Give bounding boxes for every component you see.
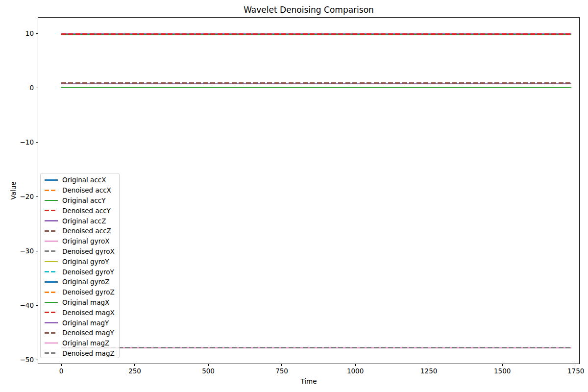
y-tick-label: −50	[9, 356, 34, 364]
y-axis-label: Value	[9, 181, 17, 199]
series-line	[61, 87, 571, 88]
x-tick-mark	[576, 364, 576, 366]
legend-item-label: Original gyroY	[62, 258, 109, 266]
solid-line-swatch-icon	[45, 261, 58, 262]
legend-item-label: Original accX	[62, 176, 106, 184]
legend-item: Denoised accY	[41, 205, 119, 216]
x-tick-mark	[355, 364, 356, 366]
legend-item: Original magZ	[41, 338, 119, 348]
dashed-line-swatch-icon	[45, 312, 58, 313]
y-tick-mark	[36, 360, 38, 360]
series-line	[61, 347, 571, 348]
solid-line-swatch-icon	[45, 220, 58, 221]
legend-item: Denoised accZ	[41, 226, 119, 236]
x-tick-mark	[281, 364, 282, 366]
solid-line-swatch-icon	[45, 241, 58, 242]
legend-item: Original accZ	[41, 216, 119, 226]
x-tick-label: 750	[265, 367, 299, 375]
legend-item-label: Denoised gyroZ	[62, 288, 115, 296]
y-tick-mark	[36, 305, 38, 306]
legend-item: Denoised magY	[41, 328, 119, 338]
y-tick-mark	[36, 142, 38, 143]
legend-item-label: Original gyroX	[62, 237, 109, 245]
y-tick-mark	[36, 88, 38, 88]
dashed-line-swatch-icon	[45, 332, 58, 334]
x-tick-label: 1500	[485, 367, 519, 375]
x-tick-mark	[134, 364, 135, 366]
legend-item-label: Original accZ	[62, 217, 106, 225]
legend-item: Denoised accX	[41, 185, 119, 196]
legend-item: Denoised magX	[41, 307, 119, 318]
legend-item: Original magY	[41, 318, 119, 328]
x-tick-label: 1250	[412, 367, 446, 375]
legend-item: Denoised magZ	[41, 348, 119, 359]
legend-item: Denoised gyroY	[41, 267, 119, 277]
x-tick-mark	[61, 364, 61, 366]
legend-item-label: Denoised gyroX	[62, 247, 115, 255]
legend: Original accXDenoised accXOriginal accYD…	[40, 173, 120, 358]
dashed-line-swatch-icon	[45, 271, 58, 272]
legend-item: Denoised gyroX	[41, 246, 119, 257]
dashed-line-swatch-icon	[45, 292, 58, 293]
y-tick-label: −40	[9, 301, 34, 309]
series-line	[61, 82, 571, 84]
legend-item: Denoised gyroZ	[41, 287, 119, 297]
legend-item-label: Denoised magZ	[62, 349, 115, 357]
legend-item: Original gyroY	[41, 256, 119, 267]
legend-item: Original accY	[41, 196, 119, 206]
solid-line-swatch-icon	[45, 179, 58, 180]
x-tick-label: 250	[118, 367, 152, 375]
y-tick-label: 0	[9, 84, 34, 92]
legend-item-label: Denoised accZ	[62, 227, 111, 235]
y-tick-mark	[36, 196, 38, 197]
y-tick-mark	[36, 33, 38, 34]
solid-line-swatch-icon	[45, 322, 58, 323]
chart-title: Wavelet Denoising Comparison	[38, 5, 580, 15]
legend-item-label: Denoised gyroY	[62, 268, 114, 276]
solid-line-swatch-icon	[45, 200, 58, 201]
y-tick-label: −10	[9, 138, 34, 146]
legend-item: Original magX	[41, 297, 119, 308]
x-tick-mark	[502, 364, 503, 366]
legend-item-label: Denoised accX	[62, 186, 111, 194]
legend-item-label: Original gyroZ	[62, 278, 109, 286]
dashed-line-swatch-icon	[45, 230, 58, 232]
dashed-line-swatch-icon	[45, 190, 58, 191]
legend-item: Original gyroZ	[41, 277, 119, 287]
solid-line-swatch-icon	[45, 281, 58, 282]
series-line	[61, 33, 571, 35]
legend-item-label: Original magZ	[62, 339, 109, 347]
legend-item-label: Denoised accY	[62, 207, 111, 215]
x-tick-label: 0	[44, 367, 78, 375]
x-tick-mark	[208, 364, 208, 366]
y-tick-label: −30	[9, 247, 34, 255]
legend-item-label: Original magX	[62, 298, 109, 306]
legend-item-label: Original accY	[62, 196, 105, 204]
y-tick-mark	[36, 251, 38, 251]
legend-item: Original gyroX	[41, 236, 119, 246]
x-tick-label: 1000	[338, 367, 372, 375]
x-axis-label: Time	[38, 377, 580, 385]
legend-item-label: Denoised magY	[62, 329, 114, 337]
chart-figure: Wavelet Denoising Comparison 02505007501…	[0, 0, 588, 392]
legend-item-label: Denoised magX	[62, 309, 115, 317]
dashed-line-swatch-icon	[45, 250, 58, 252]
x-tick-label: 1750	[559, 367, 588, 375]
solid-line-swatch-icon	[45, 343, 58, 343]
x-tick-mark	[429, 364, 429, 366]
dashed-line-swatch-icon	[45, 352, 58, 354]
legend-item: Original accX	[41, 175, 119, 185]
x-tick-label: 500	[191, 367, 225, 375]
dashed-line-swatch-icon	[45, 210, 58, 211]
y-tick-label: 10	[9, 29, 34, 37]
legend-item-label: Original magY	[62, 319, 109, 327]
solid-line-swatch-icon	[45, 302, 58, 303]
